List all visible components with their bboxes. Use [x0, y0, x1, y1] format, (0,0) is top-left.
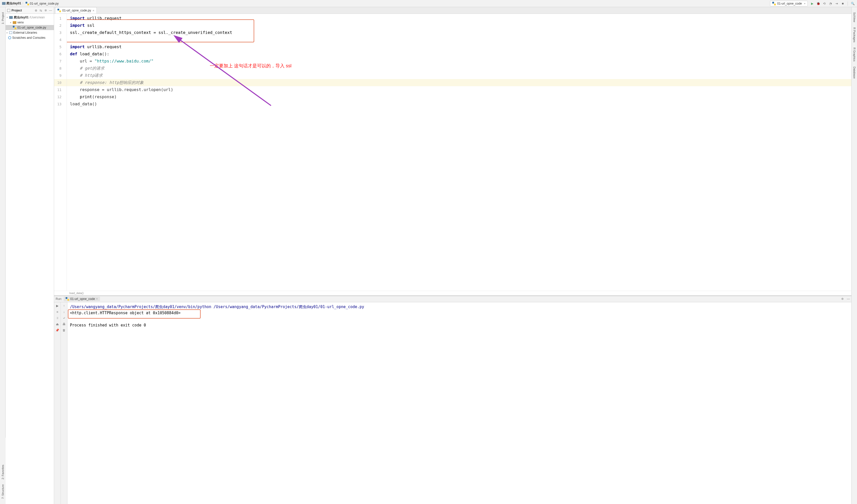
print-button[interactable]: 🖶 [62, 322, 66, 326]
expand-all-icon[interactable]: ⇆ [39, 9, 43, 12]
rerun-button[interactable]: ▶ [55, 304, 60, 308]
pause-button[interactable]: ⏸ [55, 316, 60, 320]
run-sidebar: ▶ ■ ⏸ ⏏ 📌 ↑ ↓ ⤶ 🖶 🗑 [54, 302, 67, 504]
tree-row-ext-libs[interactable]: ▸ External Libraries [6, 30, 54, 35]
project-tree[interactable]: ▾ 爬虫day01 /Users/wan ▸ venv 01-url_opne_… [6, 14, 54, 504]
run-tab[interactable]: 01-url_opne_code ✕ [64, 297, 100, 301]
run-configuration-dropdown[interactable]: 01-url_opne_code ▾ [770, 1, 808, 6]
toolbar-actions: ▶ 🐞 ⟲ ◔ ⇥ ■ 🔍 [810, 1, 855, 6]
gear-icon[interactable]: ✲ [44, 9, 48, 12]
tree-row-scratches[interactable]: Scratches and Consoles [6, 35, 54, 40]
right-tool-strip: SciView R Packages R Graphics Database [851, 7, 857, 504]
down-button[interactable]: ↓ [62, 310, 66, 314]
python-file-icon [26, 2, 29, 5]
hide-icon[interactable]: — [847, 297, 850, 301]
pin-button[interactable]: 📌 [55, 328, 60, 332]
project-panel-header: Project ⊕ ⇆ ✲ — [6, 7, 54, 14]
search-button[interactable]: 🔍 [850, 1, 855, 6]
close-icon[interactable]: ✕ [93, 9, 95, 12]
top-toolbar: 爬虫day01 〉 01-url_opne_code.py 01-url_opn… [0, 0, 857, 7]
tree-row-venv[interactable]: ▸ venv [6, 20, 54, 25]
attach-button[interactable]: ⇥ [834, 1, 839, 6]
main-area: 1: Project Project ⊕ ⇆ ✲ — ▾ 爬虫day01 /Us… [0, 7, 857, 504]
run-header: Run: 01-url_opne_code ✕ ✲ — [54, 296, 851, 302]
debug-button[interactable]: 🐞 [816, 1, 821, 6]
breadcrumb: 爬虫day01 〉 01-url_opne_code.py [2, 1, 770, 6]
python-file-icon [66, 297, 69, 301]
python-file-icon [772, 2, 776, 5]
run-tool-window: Run: 01-url_opne_code ✕ ✲ — ▶ ■ ⏸ ⏏ [54, 295, 851, 504]
annotation-box-code [67, 19, 254, 42]
structure-tab[interactable]: 7: Structure [1, 484, 4, 499]
up-button[interactable]: ↑ [62, 304, 66, 308]
left-tool-strip: 1: Project [0, 7, 6, 504]
run-coverage-button[interactable]: ⟲ [822, 1, 827, 6]
bottom-left-tool-strip: 2: Favorites 7: Structure [0, 438, 6, 504]
annotation-text: 一定要加上 这句话才是可以的，导入 ssl [210, 63, 291, 69]
project-tool-tab[interactable]: 1: Project [1, 12, 4, 24]
exit-button[interactable]: ⏏ [55, 322, 60, 326]
trash-button[interactable]: 🗑 [62, 328, 66, 332]
project-view-icon[interactable] [7, 9, 10, 12]
wrap-button[interactable]: ⤶ [62, 316, 66, 320]
chevron-down-icon: ▾ [804, 2, 805, 5]
chevron-right-icon: 〉 [22, 2, 24, 5]
stop-button[interactable]: ■ [840, 1, 845, 6]
editor-tab[interactable]: 01-url_opne_code.py ✕ [55, 7, 97, 14]
tree-row-current-file[interactable]: 01-url_opne_code.py [6, 25, 54, 30]
editor-split: 1234 5678 910111213 import urllib.reques… [54, 14, 851, 291]
project-panel-title: Project [12, 9, 33, 12]
editor-context-breadcrumb[interactable]: load_data() [54, 291, 851, 295]
code-editor[interactable]: import urllib.request import ssl ssl._cr… [67, 14, 851, 291]
close-icon[interactable]: ✕ [96, 298, 98, 300]
console-exit: Process finished with exit code 0 [70, 322, 849, 328]
run-label: Run: [56, 297, 62, 301]
editor-area: 01-url_opne_code.py ✕ 1234 5678 91011121… [54, 7, 851, 504]
console-output[interactable]: /Users/wangyang_data/PycharmProjects/爬虫d… [67, 302, 851, 504]
tree-row-root[interactable]: ▾ 爬虫day01 /Users/wan [6, 15, 54, 20]
profile-button[interactable]: ◔ [828, 1, 833, 6]
r-packages-tab[interactable]: R Packages [853, 27, 856, 42]
sciview-tab[interactable]: SciView [853, 12, 856, 22]
folder-icon [13, 21, 16, 24]
line-gutter[interactable]: 1234 5678 910111213 [54, 14, 67, 291]
favorites-tab[interactable]: 2: Favorites [1, 465, 4, 479]
gear-icon[interactable]: ✲ [841, 297, 844, 301]
run-body: ▶ ■ ⏸ ⏏ 📌 ↑ ↓ ⤶ 🖶 🗑 /Users/w [54, 302, 851, 504]
scratches-icon [8, 36, 11, 39]
project-panel: Project ⊕ ⇆ ✲ — ▾ 爬虫day01 /Users/wan ▸ v… [6, 7, 54, 504]
breadcrumb-file[interactable]: 01-url_opne_code.py [26, 2, 59, 5]
run-button[interactable]: ▶ [810, 1, 814, 6]
folder-icon [2, 2, 6, 5]
libraries-icon [9, 31, 12, 34]
editor-tab-bar: 01-url_opne_code.py ✕ [54, 7, 851, 14]
console-command: /Users/wangyang_data/PycharmProjects/爬虫d… [70, 304, 849, 310]
select-opened-file-icon[interactable]: ⊕ [34, 9, 38, 12]
python-file-icon [57, 9, 61, 12]
r-graphics-tab[interactable]: R Graphics [853, 48, 856, 62]
annotation-box-output [68, 309, 201, 318]
folder-icon [9, 16, 13, 19]
python-file-icon [13, 26, 16, 29]
hide-icon[interactable]: — [49, 9, 52, 12]
breadcrumb-project[interactable]: 爬虫day01 [2, 1, 21, 6]
stop-button[interactable]: ■ [55, 310, 60, 314]
database-tab[interactable]: Database [853, 67, 856, 79]
